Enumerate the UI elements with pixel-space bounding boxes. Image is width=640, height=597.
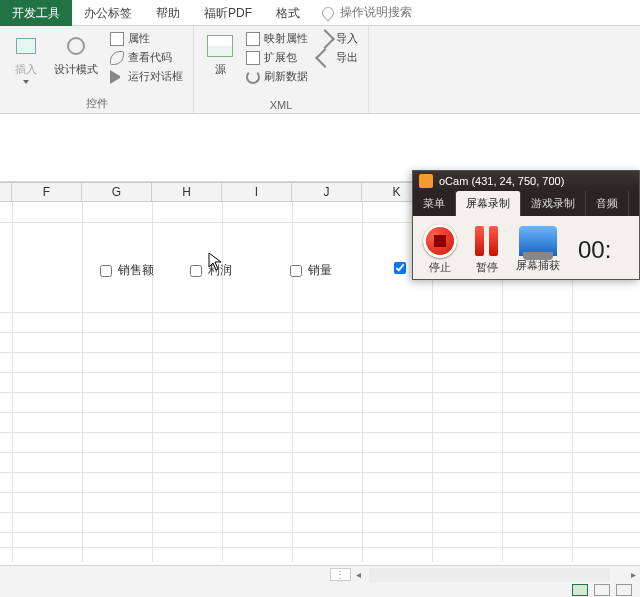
tab-help[interactable]: 帮助 xyxy=(144,0,192,26)
monitor-icon xyxy=(519,226,557,256)
checkbox-volume-input[interactable] xyxy=(290,265,302,277)
ocam-app-icon xyxy=(419,174,433,188)
ocam-pause-label: 暂停 xyxy=(476,260,498,275)
checkbox-partial-input[interactable] xyxy=(394,262,406,274)
expansion-icon xyxy=(246,51,260,65)
checkbox-profit-label: 利润 xyxy=(208,262,232,279)
col-F[interactable]: F xyxy=(12,183,82,201)
import-label: 导入 xyxy=(336,31,358,46)
ocam-window[interactable]: oCam (431, 24, 750, 700) 菜单 屏幕录制 游戏录制 音频… xyxy=(412,170,640,280)
import-icon xyxy=(315,29,335,49)
ocam-titlebar[interactable]: oCam (431, 24, 750, 700) xyxy=(413,171,639,191)
checkbox-sales-label: 销售额 xyxy=(118,262,154,279)
checkbox-sales-input[interactable] xyxy=(100,265,112,277)
group-xml: 源 映射属性 扩展包 刷新数据 导入 导出 XML xyxy=(194,26,369,113)
ocam-toolbar: 停止 暂停 屏幕捕获 00: xyxy=(413,216,639,279)
export-button[interactable]: 导出 xyxy=(316,49,360,66)
map-properties-label: 映射属性 xyxy=(264,31,308,46)
scroll-right-icon[interactable]: ▸ xyxy=(626,568,640,582)
view-page-layout-button[interactable] xyxy=(594,584,610,596)
refresh-icon xyxy=(246,70,260,84)
tell-me-label: 操作说明搜索 xyxy=(340,4,412,21)
properties-icon xyxy=(110,32,124,46)
chevron-down-icon xyxy=(23,80,29,84)
ocam-title-text: oCam (431, 24, 750, 700) xyxy=(439,175,564,187)
pause-icon xyxy=(475,224,498,258)
stop-icon xyxy=(423,224,457,258)
ribbon: 插入 设计模式 属性 查看代码 运行对话框 控件 源 映射属性 扩展包 xyxy=(0,26,640,114)
group-controls: 插入 设计模式 属性 查看代码 运行对话框 控件 xyxy=(0,26,194,113)
map-properties-icon xyxy=(246,32,260,46)
col-G[interactable]: G xyxy=(82,183,152,201)
checkbox-profit[interactable]: 利润 xyxy=(190,262,232,279)
tab-office[interactable]: 办公标签 xyxy=(72,0,144,26)
ocam-tab-screen-record[interactable]: 屏幕录制 xyxy=(456,191,521,216)
view-page-break-button[interactable] xyxy=(616,584,632,596)
scroll-left-icon[interactable]: ◂ xyxy=(351,568,365,582)
checkbox-volume-label: 销量 xyxy=(308,262,332,279)
horizontal-scrollbar[interactable]: ⋮ ◂ ▸ xyxy=(0,565,640,583)
design-mode-label: 设计模式 xyxy=(54,62,98,77)
sheet-tab-resizer[interactable]: ⋮ xyxy=(330,568,351,581)
checkbox-profit-input[interactable] xyxy=(190,265,202,277)
ocam-capture-button[interactable]: 屏幕捕获 xyxy=(516,226,560,273)
expansion-button[interactable]: 扩展包 xyxy=(244,49,310,66)
insert-icon xyxy=(16,38,36,54)
tell-me-search[interactable]: 操作说明搜索 xyxy=(322,4,412,21)
export-label: 导出 xyxy=(336,50,358,65)
checkbox-volume[interactable]: 销量 xyxy=(290,262,332,279)
corner-cell[interactable] xyxy=(0,183,12,201)
export-icon xyxy=(315,48,335,68)
ribbon-tabs: 开发工具 办公标签 帮助 福昕PDF 格式 操作说明搜索 xyxy=(0,0,640,26)
ocam-capture-label: 屏幕捕获 xyxy=(516,258,560,273)
design-mode-button[interactable]: 设计模式 xyxy=(50,30,102,94)
xml-source-button[interactable]: 源 xyxy=(202,30,238,97)
expansion-label: 扩展包 xyxy=(264,50,297,65)
status-bar xyxy=(0,583,640,597)
import-button[interactable]: 导入 xyxy=(316,30,360,47)
ocam-tabs: 菜单 屏幕录制 游戏录制 音频 xyxy=(413,191,639,216)
properties-label: 属性 xyxy=(128,31,150,46)
source-label: 源 xyxy=(215,62,226,77)
ocam-tab-menu[interactable]: 菜单 xyxy=(413,191,456,216)
scrollbar-track[interactable] xyxy=(369,568,610,582)
insert-control-button[interactable]: 插入 xyxy=(8,30,44,94)
gear-icon xyxy=(64,34,88,58)
group-controls-label: 控件 xyxy=(8,94,185,111)
run-dialog-label: 运行对话框 xyxy=(128,69,183,84)
col-I[interactable]: I xyxy=(222,183,292,201)
view-normal-button[interactable] xyxy=(572,584,588,596)
ocam-tab-audio[interactable]: 音频 xyxy=(586,191,629,216)
insert-label: 插入 xyxy=(15,62,37,77)
map-properties-button[interactable]: 映射属性 xyxy=(244,30,310,47)
group-xml-label: XML xyxy=(202,97,360,111)
ocam-stop-button[interactable]: 停止 xyxy=(423,224,457,275)
view-code-label: 查看代码 xyxy=(128,50,172,65)
tab-format[interactable]: 格式 xyxy=(264,0,312,26)
bulb-icon xyxy=(320,4,337,21)
view-code-button[interactable]: 查看代码 xyxy=(108,49,185,66)
col-J[interactable]: J xyxy=(292,183,362,201)
properties-button[interactable]: 属性 xyxy=(108,30,185,47)
run-dialog-button[interactable]: 运行对话框 xyxy=(108,68,185,85)
checkbox-partial[interactable] xyxy=(394,262,406,274)
source-pane-icon xyxy=(207,35,233,57)
ocam-pause-button[interactable]: 暂停 xyxy=(475,224,498,275)
view-code-icon xyxy=(110,51,124,65)
tab-foxit[interactable]: 福昕PDF xyxy=(192,0,264,26)
checkbox-sales[interactable]: 销售额 xyxy=(100,262,154,279)
col-H[interactable]: H xyxy=(152,183,222,201)
tab-developer[interactable]: 开发工具 xyxy=(0,0,72,26)
ocam-tab-game-record[interactable]: 游戏录制 xyxy=(521,191,586,216)
refresh-label: 刷新数据 xyxy=(264,69,308,84)
run-dialog-icon xyxy=(110,70,124,84)
ocam-stop-label: 停止 xyxy=(429,260,451,275)
ocam-timer: 00: xyxy=(578,236,611,264)
refresh-data-button[interactable]: 刷新数据 xyxy=(244,68,310,85)
